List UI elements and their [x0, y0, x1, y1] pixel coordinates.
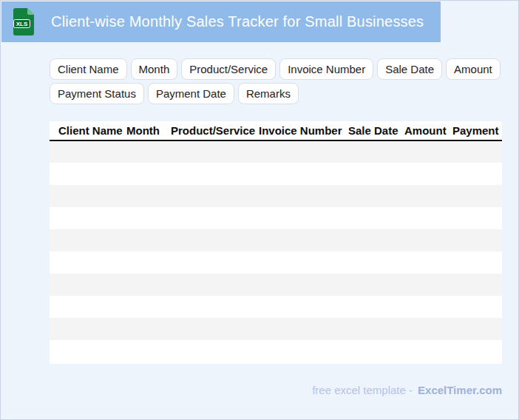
table-cell	[50, 251, 126, 274]
page: XLS Client-wise Monthly Sales Tracker fo…	[0, 0, 519, 420]
chip-sale-date[interactable]: Sale Date	[377, 58, 442, 80]
table-cell	[452, 185, 502, 207]
table-cell	[259, 274, 348, 296]
table-cell	[50, 140, 126, 163]
table-cell	[126, 207, 171, 229]
table-row	[50, 318, 502, 340]
table-cell	[348, 207, 404, 229]
table-cell	[50, 185, 126, 207]
table-row	[50, 251, 502, 274]
column-header-invoice-number: Invoice Number	[259, 121, 348, 140]
table-cell	[348, 140, 404, 163]
table-cell	[171, 207, 259, 229]
table-cell	[126, 251, 171, 274]
table-cell	[259, 296, 348, 318]
table-cell	[404, 140, 452, 163]
chip-product-service[interactable]: Product/Service	[181, 58, 276, 80]
table-cell	[348, 229, 404, 251]
chip-payment-date[interactable]: Payment Date	[148, 83, 234, 104]
table-header-row: Client NameMonthProduct/ServiceInvoice N…	[50, 121, 502, 140]
xls-icon-label: XLS	[16, 21, 28, 27]
chip-month[interactable]: Month	[131, 58, 178, 80]
chip-client-name[interactable]: Client Name	[50, 58, 127, 80]
table-cell	[452, 163, 502, 185]
table-cell	[404, 274, 452, 296]
table-cell	[404, 340, 452, 362]
table-cell	[259, 185, 348, 207]
footer: free excel template -ExcelTimer.com	[312, 384, 502, 396]
table-row	[50, 163, 502, 185]
table-cell	[126, 229, 171, 251]
sales-table-container: Client NameMonthProduct/ServiceInvoice N…	[50, 121, 502, 364]
table-cell	[50, 207, 126, 229]
table-cell	[348, 274, 404, 296]
table-cell	[126, 296, 171, 318]
table-cell	[259, 318, 348, 340]
table-cell	[348, 163, 404, 185]
app-header: XLS Client-wise Monthly Sales Tracker fo…	[1, 1, 441, 42]
table-cell	[404, 229, 452, 251]
table-cell	[452, 274, 502, 296]
table-cell	[452, 229, 502, 251]
table-cell	[171, 140, 259, 163]
table-cell	[259, 251, 348, 274]
table-cell	[348, 296, 404, 318]
table-cell	[259, 340, 348, 362]
table-cell	[259, 229, 348, 251]
table-cell	[452, 251, 502, 274]
table-cell	[404, 163, 452, 185]
chip-payment-status[interactable]: Payment Status	[50, 83, 144, 104]
table-cell	[50, 340, 126, 362]
table-row	[50, 340, 502, 362]
table-cell	[348, 251, 404, 274]
table-row	[50, 274, 502, 296]
table-row	[50, 185, 502, 207]
chip-invoice-number[interactable]: Invoice Number	[279, 58, 373, 80]
sales-table: Client NameMonthProduct/ServiceInvoice N…	[50, 121, 502, 362]
table-cell	[126, 318, 171, 340]
table-cell	[171, 318, 259, 340]
table-cell	[50, 318, 126, 340]
table-cell	[171, 251, 259, 274]
column-header-month: Month	[126, 121, 171, 140]
table-cell	[171, 274, 259, 296]
table-cell	[50, 163, 126, 185]
column-header-amount: Amount	[404, 121, 452, 140]
table-row	[50, 296, 502, 318]
table-cell	[452, 340, 502, 362]
table-row	[50, 140, 502, 163]
table-cell	[50, 296, 126, 318]
table-row	[50, 229, 502, 251]
table-cell	[126, 340, 171, 362]
table-cell	[452, 140, 502, 163]
column-header-sale-date: Sale Date	[348, 121, 404, 140]
chip-amount[interactable]: Amount	[446, 58, 501, 80]
table-cell	[126, 185, 171, 207]
brand-link[interactable]: ExcelTimer.com	[418, 384, 502, 396]
table-cell	[348, 185, 404, 207]
table-cell	[404, 207, 452, 229]
xls-file-icon: XLS	[13, 8, 34, 35]
table-cell	[348, 318, 404, 340]
table-row	[50, 207, 502, 229]
table-cell	[348, 340, 404, 362]
field-tags: Client NameMonthProduct/ServiceInvoice N…	[50, 58, 508, 104]
column-header-payment-status: Payment Status	[452, 121, 502, 140]
table-cell	[50, 229, 126, 251]
table-cell	[404, 185, 452, 207]
table-cell	[452, 296, 502, 318]
table-cell	[259, 163, 348, 185]
table-cell	[171, 296, 259, 318]
table-cell	[404, 296, 452, 318]
chip-remarks[interactable]: Remarks	[238, 83, 299, 104]
table-cell	[171, 340, 259, 362]
table-cell	[404, 318, 452, 340]
table-cell	[259, 207, 348, 229]
footer-tagline: free excel template -	[312, 384, 413, 396]
table-cell	[171, 229, 259, 251]
page-title: Client-wise Monthly Sales Tracker for Sm…	[51, 13, 424, 30]
table-cell	[452, 318, 502, 340]
column-header-client-name: Client Name	[50, 121, 126, 140]
table-cell	[126, 163, 171, 185]
table-cell	[452, 207, 502, 229]
